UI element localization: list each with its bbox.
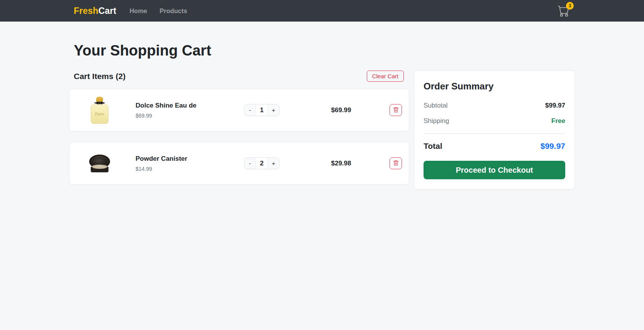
brand-rest-text: Cart: [98, 6, 117, 16]
quantity-increase-button[interactable]: +: [268, 104, 279, 116]
perfume-body: Dolce: [91, 104, 108, 124]
perfume-label-text: Dolce: [95, 112, 104, 116]
nav-link-products[interactable]: Products: [159, 7, 187, 15]
order-summary-card: Order Summary Subtotal $99.97 Shipping F…: [414, 71, 575, 190]
perfume-bow: [94, 101, 105, 105]
product-image-powder-compact: [80, 155, 119, 172]
quantity-decrease-button[interactable]: -: [244, 104, 256, 116]
item-info: Powder Canister $14.99: [119, 155, 231, 172]
trash-icon: [393, 160, 399, 166]
quantity-decrease-button[interactable]: -: [244, 158, 256, 169]
compact-base: [91, 167, 108, 172]
quantity-stepper: - 1 +: [244, 104, 280, 116]
shipping-value: Free: [551, 117, 565, 125]
brand-logo[interactable]: FreshCart: [74, 6, 116, 16]
cart-item-row: Dolce Dolce Shine Eau de $69.99 - 1 +: [69, 89, 409, 131]
item-info: Dolce Shine Eau de $69.99: [119, 102, 231, 119]
remove-item-button[interactable]: [390, 157, 402, 169]
quantity-value: 2: [256, 158, 268, 169]
trash-icon: [393, 107, 399, 113]
cart-item-row: Powder Canister $14.99 - 2 + $29.98: [69, 142, 409, 185]
quantity-stepper: - 2 +: [244, 157, 280, 169]
nav-cart-button[interactable]: 3: [557, 4, 570, 17]
remove-item-button[interactable]: [390, 104, 402, 116]
product-image-perfume: Dolce: [80, 97, 119, 124]
total-value: $99.97: [541, 141, 565, 151]
main-content: Your Shopping Cart Cart Items (2) Clear …: [69, 42, 575, 195]
cart-items-section: Cart Items (2) Clear Cart Dolce Dolce Sh…: [69, 71, 409, 195]
item-unit-price: $14.99: [136, 166, 231, 172]
line-total: $29.98: [331, 160, 351, 167]
summary-title: Order Summary: [424, 81, 565, 92]
quantity-increase-button[interactable]: +: [268, 158, 279, 169]
cart-items-header-row: Cart Items (2) Clear Cart: [69, 71, 409, 82]
summary-divider: [424, 133, 565, 134]
item-unit-price: $69.99: [136, 113, 231, 119]
quantity-value: 1: [256, 104, 268, 116]
subtotal-label: Subtotal: [424, 102, 447, 109]
item-name: Powder Canister: [136, 155, 231, 163]
brand-accent-text: Fresh: [74, 6, 98, 16]
shipping-label: Shipping: [424, 117, 449, 125]
order-summary-section: Order Summary Subtotal $99.97 Shipping F…: [414, 71, 575, 190]
navbar: FreshCart Home Products 3: [0, 0, 644, 22]
cart-items-count-heading: Cart Items (2): [74, 72, 125, 81]
summary-total-row: Total $99.97: [424, 141, 565, 151]
item-name: Dolce Shine Eau de: [136, 102, 231, 109]
subtotal-value: $99.97: [545, 102, 565, 109]
checkout-button[interactable]: Proceed to Checkout: [424, 161, 565, 179]
cart-badge: 3: [566, 2, 574, 10]
nav-link-home[interactable]: Home: [129, 7, 147, 15]
summary-shipping-row: Shipping Free: [424, 117, 565, 125]
page-title: Your Shopping Cart: [69, 42, 575, 59]
nav-links: Home Products: [129, 7, 187, 15]
total-label: Total: [424, 141, 442, 151]
summary-subtotal-row: Subtotal $99.97: [424, 102, 565, 109]
clear-cart-button[interactable]: Clear Cart: [367, 71, 404, 82]
line-total: $69.99: [331, 106, 351, 114]
